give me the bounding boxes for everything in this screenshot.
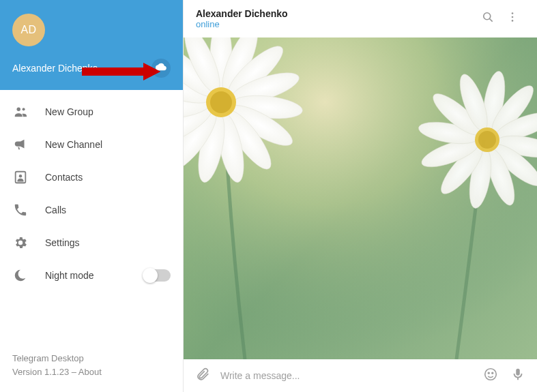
gear-icon bbox=[12, 235, 29, 251]
svg-point-9 bbox=[512, 16, 514, 18]
megaphone-icon bbox=[12, 136, 29, 153]
emoji-button[interactable] bbox=[481, 366, 500, 385]
message-composer bbox=[184, 359, 537, 392]
paperclip-icon bbox=[195, 367, 210, 385]
person-icon bbox=[12, 169, 29, 185]
svg-point-42 bbox=[478, 131, 496, 149]
main-pane: Alexander Dichenko online bbox=[184, 0, 537, 392]
svg-point-2 bbox=[17, 108, 21, 112]
cloud-icon bbox=[156, 61, 166, 75]
search-button[interactable] bbox=[476, 6, 500, 31]
menu-item-label: Night mode bbox=[45, 270, 94, 281]
chat-body[interactable] bbox=[184, 37, 537, 359]
svg-point-44 bbox=[488, 372, 489, 374]
saved-messages-button[interactable] bbox=[151, 59, 171, 78]
night-mode-toggle[interactable] bbox=[143, 269, 171, 282]
svg-point-3 bbox=[23, 108, 25, 110]
avatar-initials: AD bbox=[20, 24, 36, 36]
svg-line-7 bbox=[490, 19, 493, 22]
menu-item-calls[interactable]: Calls bbox=[0, 194, 183, 226]
sidebar-menu: New Group New Channel Contacts Calls Set… bbox=[0, 90, 183, 297]
phone-icon bbox=[12, 202, 29, 218]
menu-item-new-group[interactable]: New Group bbox=[0, 95, 183, 128]
attach-button[interactable] bbox=[193, 366, 212, 385]
moon-icon bbox=[12, 267, 29, 284]
menu-item-new-channel[interactable]: New Channel bbox=[0, 128, 183, 161]
menu-item-label: Calls bbox=[45, 205, 66, 215]
more-options-button[interactable] bbox=[500, 6, 525, 31]
menu-item-label: New Channel bbox=[45, 139, 102, 150]
svg-point-28 bbox=[210, 91, 232, 113]
chat-header: Alexander Dichenko online bbox=[184, 0, 537, 37]
menu-item-contacts[interactable]: Contacts bbox=[0, 161, 183, 194]
menu-item-label: New Group bbox=[45, 106, 93, 117]
chat-status: online bbox=[196, 19, 476, 29]
user-name[interactable]: Alexander Dichenko bbox=[12, 63, 98, 74]
app-version[interactable]: Version 1.1.23 – About bbox=[12, 365, 171, 379]
menu-item-night-mode[interactable]: Night mode bbox=[0, 259, 183, 292]
mic-icon bbox=[510, 367, 525, 385]
kebab-icon bbox=[506, 10, 519, 27]
svg-point-43 bbox=[485, 369, 497, 380]
smiley-icon bbox=[483, 367, 498, 385]
app-name: Telegram Desktop bbox=[12, 352, 171, 365]
group-icon bbox=[12, 104, 29, 120]
svg-point-5 bbox=[19, 175, 23, 178]
menu-item-settings[interactable]: Settings bbox=[0, 226, 183, 259]
search-icon bbox=[481, 10, 495, 27]
user-row: Alexander Dichenko bbox=[12, 59, 171, 78]
menu-item-label: Contacts bbox=[45, 172, 83, 183]
svg-point-45 bbox=[492, 372, 493, 374]
chat-title-block[interactable]: Alexander Dichenko online bbox=[196, 8, 476, 29]
avatar[interactable]: AD bbox=[12, 14, 45, 46]
chat-title: Alexander Dichenko bbox=[196, 8, 476, 19]
sidebar-footer: Telegram Desktop Version 1.1.23 – About bbox=[0, 352, 183, 392]
sidebar-header: AD Alexander Dichenko bbox=[0, 0, 183, 90]
chat-background bbox=[184, 37, 537, 359]
voice-button[interactable] bbox=[508, 366, 527, 385]
svg-point-6 bbox=[484, 13, 491, 20]
message-input[interactable] bbox=[220, 370, 473, 381]
svg-point-10 bbox=[512, 20, 514, 22]
svg-point-8 bbox=[512, 12, 514, 14]
sidebar: AD Alexander Dichenko New Group bbox=[0, 0, 184, 392]
menu-item-label: Settings bbox=[45, 237, 80, 248]
